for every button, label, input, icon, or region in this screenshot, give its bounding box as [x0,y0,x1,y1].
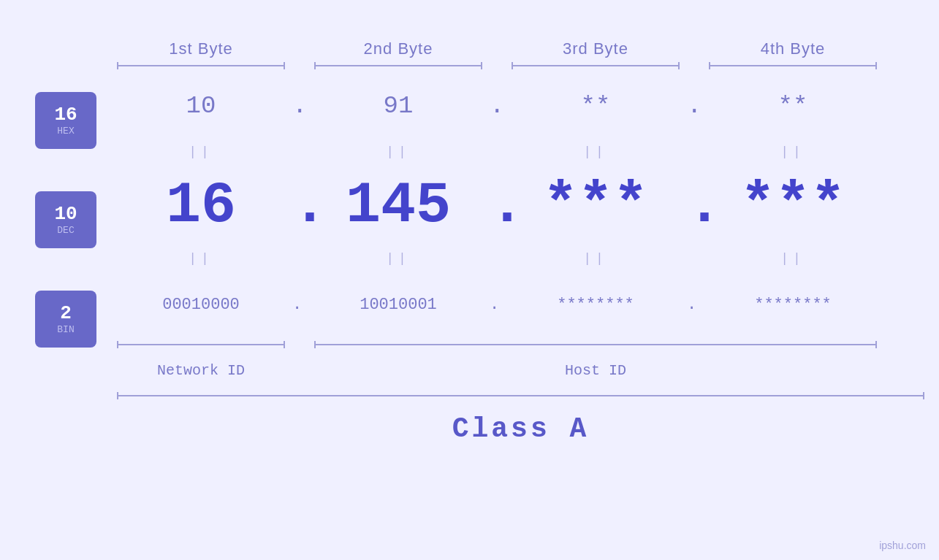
bin-badge: 2 BIN [35,291,96,348]
bin-value-3: ******** [497,296,694,314]
hex-badge-number: 16 [54,104,77,126]
eq-1-2: || [300,145,497,159]
bot-bracket-host [300,344,892,345]
dec-values-row: 16 . 145 . *** . *** [102,165,939,245]
equals-row-1: || || || || [102,139,939,165]
eq-1-1: || [102,145,300,159]
network-id-label: Network ID [102,362,300,379]
eq-2-4: || [694,251,892,266]
dec-value-4: *** [694,172,892,239]
top-bracket-line-1 [117,65,285,66]
byte-label-3: 3rd Byte [497,39,694,58]
class-a-label: Class A [452,413,590,445]
bin-badge-number: 2 [60,303,72,324]
hex-value-3: ** [497,92,694,120]
hex-value-4: ** [694,92,892,120]
class-label-row: Class A [102,403,939,454]
watermark: ipshu.com [879,540,926,551]
dec-badge-number: 10 [54,204,77,225]
byte-labels-row: 1st Byte 2nd Byte 3rd Byte 4th Byte [102,0,939,58]
hex-badge-label: HEX [57,126,74,137]
bin-badge-label: BIN [57,324,74,335]
hex-value-1: 10 [102,92,300,120]
class-bracket-row [102,388,939,403]
top-bracket-3 [497,65,694,66]
id-labels-row: Network ID Host ID [102,352,939,388]
main-layout: 16 HEX 10 DEC 2 BIN 1st Byte 2nd Byte 3r… [0,0,939,560]
dec-badge-wrapper: 10 DEC [35,180,96,260]
top-bracket-1 [102,65,300,66]
right-content: 1st Byte 2nd Byte 3rd Byte 4th Byte 10 .… [102,0,939,560]
bot-bracket-1 [102,344,300,345]
bot-bracket-line-1 [117,344,285,345]
top-bracket-line-3 [512,65,680,66]
eq-1-3: || [497,145,694,159]
equals-row-2: || || || || [102,245,939,272]
bin-value-1: 00010000 [102,296,300,314]
top-bracket-4 [694,65,892,66]
bottom-brackets-row [102,337,939,352]
bot-bracket-line-host [314,344,877,345]
eq-2-1: || [102,251,300,266]
dec-value-2: 145 [300,172,497,239]
hex-value-2: 91 [300,92,497,120]
byte-label-4: 4th Byte [694,39,892,58]
top-bracket-line-4 [709,65,877,66]
top-brackets-row [102,58,939,73]
bin-value-2: 10010001 [300,296,497,314]
eq-2-2: || [300,251,497,266]
top-bracket-2 [300,65,497,66]
bin-value-4: ******** [694,296,892,314]
dec-badge-label: DEC [57,225,74,236]
dec-value-1: 16 [102,172,300,239]
eq-2-3: || [497,251,694,266]
class-bracket-line [117,395,924,396]
eq-1-4: || [694,145,892,159]
dec-badge: 10 DEC [35,191,96,248]
hex-badge-wrapper: 16 HEX [35,88,96,153]
dec-value-3: *** [497,172,694,239]
bin-values-row: 00010000 . 10010001 . ******** . *******… [102,272,939,337]
badges-column: 16 HEX 10 DEC 2 BIN [0,0,102,560]
byte-label-1: 1st Byte [102,39,300,58]
top-bracket-line-2 [314,65,482,66]
bin-badge-wrapper: 2 BIN [35,286,96,352]
hex-values-row: 10 . 91 . ** . ** [102,73,939,139]
hex-badge: 16 HEX [35,92,96,149]
byte-label-2: 2nd Byte [300,39,497,58]
host-id-label: Host ID [300,362,892,379]
